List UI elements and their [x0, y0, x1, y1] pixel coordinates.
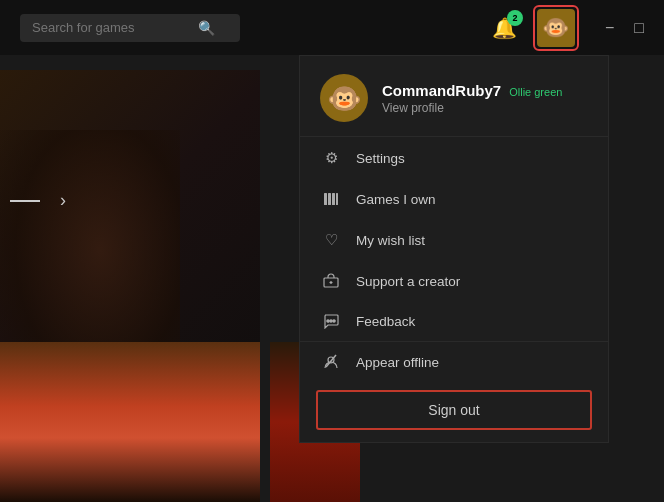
svg-rect-3 [336, 193, 338, 205]
appear-offline-icon [320, 354, 342, 370]
avatar: 🐵 [537, 9, 575, 47]
menu-item-games-i-own[interactable]: Games I own [300, 179, 608, 219]
notification-button[interactable]: 🔔 2 [488, 12, 521, 44]
profile-section: 🐵 CommandRuby7 Ollie green View profile [300, 56, 608, 137]
settings-label: Settings [356, 151, 405, 166]
game-card-1 [0, 342, 260, 502]
support-creator-label: Support a creator [356, 274, 460, 289]
maximize-button[interactable]: □ [624, 13, 654, 43]
top-bar: 🔍 🔔 2 🐵 − □ [0, 0, 664, 55]
feedback-icon [320, 313, 342, 329]
profile-avatar: 🐵 [320, 74, 368, 122]
menu-item-feedback[interactable]: Feedback [300, 301, 608, 341]
menu-item-support-creator[interactable]: Support a creator [300, 261, 608, 301]
notification-badge: 2 [507, 10, 523, 26]
search-input[interactable] [32, 20, 192, 35]
svg-rect-2 [332, 193, 335, 205]
minimize-button[interactable]: − [595, 13, 624, 43]
search-container[interactable]: 🔍 [20, 14, 240, 42]
profile-name-row: CommandRuby7 Ollie green [382, 82, 562, 99]
svg-rect-0 [324, 193, 327, 205]
support-creator-icon [320, 273, 342, 289]
sign-out-button[interactable]: Sign out [316, 390, 592, 430]
search-icon: 🔍 [198, 20, 215, 36]
menu-item-settings[interactable]: ⚙ Settings [300, 137, 608, 179]
nav-area: › [10, 190, 66, 211]
svg-point-8 [330, 320, 332, 322]
svg-rect-1 [328, 193, 331, 205]
menu-item-appear-offline[interactable]: Appear offline [300, 342, 608, 382]
nav-line [10, 200, 40, 202]
avatar-button[interactable]: 🐵 [533, 5, 579, 51]
profile-dropdown: 🐵 CommandRuby7 Ollie green View profile … [299, 55, 609, 443]
svg-point-9 [333, 320, 335, 322]
feedback-label: Feedback [356, 314, 415, 329]
view-profile-link[interactable]: View profile [382, 101, 562, 115]
wish-list-icon: ♡ [320, 231, 342, 249]
nav-next-arrow[interactable]: › [60, 190, 66, 211]
profile-info: CommandRuby7 Ollie green View profile [382, 82, 562, 115]
menu-item-wish-list[interactable]: ♡ My wish list [300, 219, 608, 261]
games-i-own-label: Games I own [356, 192, 436, 207]
profile-status: Ollie green [509, 86, 562, 98]
profile-username: CommandRuby7 [382, 82, 501, 99]
games-icon [320, 191, 342, 207]
svg-point-7 [327, 320, 329, 322]
appear-offline-label: Appear offline [356, 355, 439, 370]
settings-icon: ⚙ [320, 149, 342, 167]
wish-list-label: My wish list [356, 233, 425, 248]
